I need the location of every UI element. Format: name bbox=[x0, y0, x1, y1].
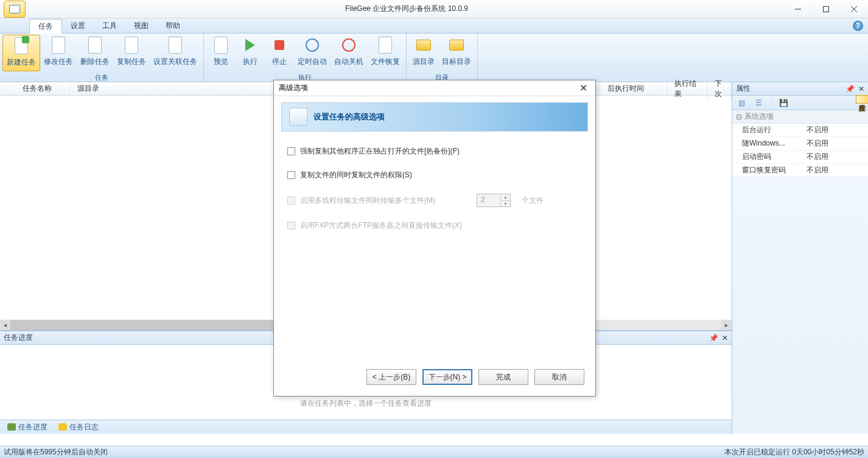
status-right: 本次开启已稳定运行 0天00小时05分钟52秒 bbox=[724, 447, 864, 457]
bottom-tabs: 任务进度 任务日志 bbox=[0, 420, 732, 434]
停止-icon bbox=[270, 36, 289, 54]
label-fxp: 启用FXP方式两台FTP服务器之间直接传输文件(X) bbox=[300, 220, 462, 231]
svg-rect-1 bbox=[824, 6, 829, 12]
ribbon-目标目录[interactable]: 目标目录 bbox=[438, 35, 475, 71]
checkbox-multithread bbox=[287, 197, 295, 205]
save-icon[interactable]: 💾 bbox=[778, 98, 789, 108]
ribbon-定时自动[interactable]: 定时自动 bbox=[294, 35, 331, 71]
删除任务-icon bbox=[86, 36, 104, 54]
panel-close-icon[interactable]: ✕ bbox=[858, 85, 864, 93]
help-icon[interactable]: ? bbox=[853, 21, 863, 31]
tab-task-log[interactable]: 任务日志 bbox=[54, 421, 103, 434]
back-button[interactable]: < 上一步(B) bbox=[366, 369, 416, 385]
pin-icon[interactable]: 📌 bbox=[709, 334, 718, 342]
ribbon-复制任务[interactable]: 复制任务 bbox=[113, 35, 150, 71]
finish-button[interactable]: 完成 bbox=[478, 369, 528, 385]
spinner-unit-label: 个文件 bbox=[522, 196, 544, 206]
dialog-close-button[interactable]: ✕ bbox=[576, 82, 590, 94]
执行-icon bbox=[241, 36, 259, 54]
源目录-icon bbox=[415, 36, 433, 54]
pin-icon[interactable]: 📌 bbox=[845, 85, 855, 93]
menu-工具[interactable]: 工具 bbox=[94, 18, 125, 33]
label-hot-backup: 强制复制其他程序正在独占打开的文件[热备份](F) bbox=[300, 146, 460, 157]
advanced-options-dialog: 高级选项 ✕ 设置任务的高级选项 强制复制其他程序正在独占打开的文件[热备份](… bbox=[273, 80, 596, 396]
ribbon-源目录[interactable]: 源目录 bbox=[409, 35, 438, 71]
col-exec-time[interactable]: 后执行时间 bbox=[600, 83, 667, 94]
自动关机-icon bbox=[340, 36, 358, 54]
progress-title: 任务进度 bbox=[4, 333, 33, 343]
property-row[interactable]: 随Windows...不启用 bbox=[732, 137, 868, 150]
checkbox-hot-backup[interactable] bbox=[287, 147, 295, 155]
col-result[interactable]: 执行结果 bbox=[667, 79, 707, 99]
ribbon-执行[interactable]: 执行 bbox=[236, 35, 265, 71]
properties-toolbar: ▤ ☰ | 💾 bbox=[732, 96, 868, 110]
checkbox-copy-permissions[interactable] bbox=[287, 171, 295, 179]
col-next[interactable]: 下次 bbox=[707, 79, 732, 99]
scroll-left-button[interactable]: ◄ bbox=[0, 320, 10, 330]
menu-bar: 任务设置工具视图帮助 ? bbox=[0, 18, 868, 33]
ribbon-修改任务[interactable]: 修改任务 bbox=[40, 35, 77, 71]
checkbox-fxp bbox=[287, 222, 295, 230]
property-row[interactable]: 启动密码不启用 bbox=[732, 150, 868, 164]
panel-close-icon[interactable]: ✕ bbox=[722, 334, 728, 342]
ribbon-停止[interactable]: 停止 bbox=[265, 35, 294, 71]
ribbon-group-任务: 任务 bbox=[0, 72, 203, 83]
properties-title: 属性 bbox=[736, 83, 751, 94]
ribbon-设置关联任务[interactable]: 设置关联任务 bbox=[150, 35, 201, 71]
app-icon bbox=[4, 1, 26, 18]
label-copy-permissions: 复制文件的同时复制文件的权限(S) bbox=[300, 170, 412, 180]
设置关联任务-icon bbox=[166, 36, 184, 54]
window-title: FileGee 企业文件同步备份系统 10.0.9 bbox=[29, 4, 784, 14]
status-bar: 试用版将在5995分钟后自动关闭 本次开启已稳定运行 0天00小时05分钟52秒 bbox=[0, 446, 868, 458]
close-button[interactable] bbox=[840, 0, 868, 18]
thread-count-spinner: 2 ▲▼ bbox=[477, 194, 511, 207]
cancel-button[interactable]: 取消 bbox=[534, 369, 584, 385]
menu-帮助[interactable]: 帮助 bbox=[157, 18, 189, 33]
label-multithread: 启用多线程传输文件同时传输多个文件(M) bbox=[300, 196, 435, 206]
progress-hint: 请在任务列表中，选择一个任务查看进度 bbox=[300, 398, 432, 409]
col-task-name[interactable]: 任务名称 bbox=[15, 83, 70, 94]
tab-task-progress[interactable]: 任务进度 bbox=[2, 421, 52, 434]
新建任务-icon bbox=[12, 37, 30, 55]
预览-icon bbox=[212, 36, 230, 54]
dialog-banner: 设置任务的高级选项 bbox=[281, 102, 588, 132]
title-bar: FileGee 企业文件同步备份系统 10.0.9 bbox=[0, 0, 868, 18]
status-left: 试用版将在5995分钟后自动关闭 bbox=[4, 447, 108, 457]
minimize-button[interactable] bbox=[784, 0, 812, 18]
ribbon-自动关机[interactable]: 自动关机 bbox=[331, 35, 367, 71]
文件恢复-icon bbox=[376, 36, 394, 54]
menu-视图[interactable]: 视图 bbox=[125, 18, 157, 33]
properties-panel: 属性 📌 ✕ ▤ ☰ | 💾 ⊟系统选项 后台运行不启用随Windows...不… bbox=[732, 82, 868, 434]
复制任务-icon bbox=[122, 36, 141, 54]
vertical-tab[interactable]: 按任务跟踪 bbox=[856, 95, 868, 104]
categorized-icon[interactable]: ▤ bbox=[736, 98, 747, 108]
ribbon: 新建任务修改任务删除任务复制任务设置关联任务任务预览执行停止定时自动自动关机文件… bbox=[0, 33, 868, 82]
next-button[interactable]: 下一步(N) > bbox=[422, 369, 472, 385]
maximize-button[interactable] bbox=[812, 0, 840, 18]
scroll-right-button[interactable]: ► bbox=[721, 320, 732, 330]
ribbon-文件恢复[interactable]: 文件恢复 bbox=[367, 35, 404, 71]
ribbon-预览[interactable]: 预览 bbox=[206, 35, 236, 71]
property-row[interactable]: 后台运行不启用 bbox=[732, 124, 868, 137]
property-category[interactable]: ⊟系统选项 bbox=[732, 110, 868, 124]
ribbon-删除任务[interactable]: 删除任务 bbox=[77, 35, 113, 71]
ribbon-新建任务[interactable]: 新建任务 bbox=[2, 35, 40, 71]
alphabetical-icon[interactable]: ☰ bbox=[753, 98, 764, 108]
menu-设置[interactable]: 设置 bbox=[62, 18, 94, 33]
menu-任务[interactable]: 任务 bbox=[29, 19, 62, 33]
property-row[interactable]: 窗口恢复密码不启用 bbox=[732, 164, 868, 177]
dialog-title: 高级选项 bbox=[279, 83, 308, 93]
目标目录-icon bbox=[447, 36, 466, 54]
定时自动-icon bbox=[303, 36, 321, 54]
banner-text: 设置任务的高级选项 bbox=[313, 111, 385, 122]
修改任务-icon bbox=[49, 36, 68, 54]
document-gear-icon bbox=[289, 108, 307, 126]
